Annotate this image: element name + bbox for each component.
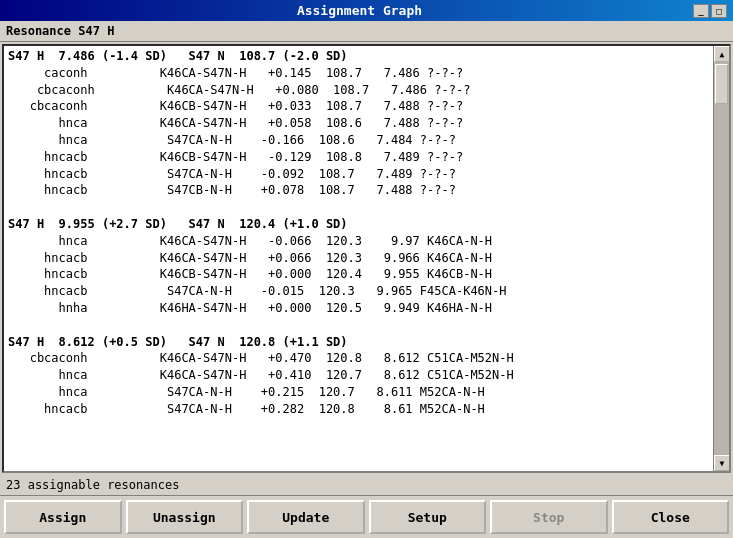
window-title: Assignment Graph — [26, 3, 693, 18]
stop-button: Stop — [490, 500, 608, 534]
title-controls: _ □ — [693, 4, 727, 18]
title-bar: Assignment Graph _ □ — [0, 0, 733, 21]
data-display[interactable]: S47 H 7.486 (-1.4 SD) S47 N 108.7 (-2.0 … — [4, 46, 713, 471]
unassign-button[interactable]: Unassign — [126, 500, 244, 534]
maximize-button[interactable]: □ — [711, 4, 727, 18]
minimize-button[interactable]: _ — [693, 4, 709, 18]
scroll-up-button[interactable]: ▲ — [714, 46, 730, 62]
close-button[interactable]: Close — [612, 500, 730, 534]
resonance-label: Resonance S47 H — [0, 21, 733, 42]
scroll-down-button[interactable]: ▼ — [714, 455, 730, 471]
setup-button[interactable]: Setup — [369, 500, 487, 534]
scrollbar[interactable]: ▲ ▼ — [713, 46, 729, 471]
assign-button[interactable]: Assign — [4, 500, 122, 534]
scroll-track[interactable] — [714, 62, 729, 455]
update-button[interactable]: Update — [247, 500, 365, 534]
button-bar: Assign Unassign Update Setup Stop Close — [0, 495, 733, 538]
content-area: S47 H 7.486 (-1.4 SD) S47 N 108.7 (-2.0 … — [2, 44, 731, 473]
scroll-thumb[interactable] — [715, 64, 728, 104]
status-bar: 23 assignable resonances — [0, 475, 733, 495]
status-text: 23 assignable resonances — [6, 478, 179, 492]
